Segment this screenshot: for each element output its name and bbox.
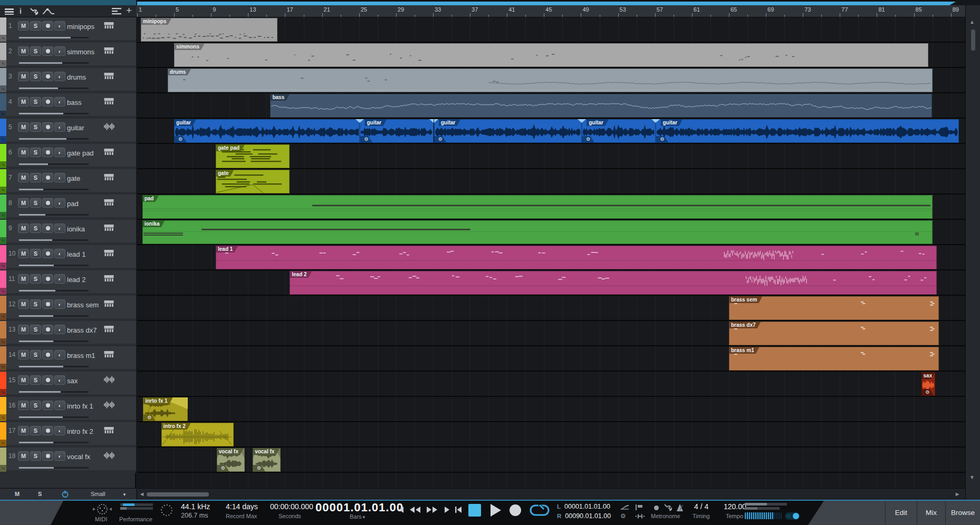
play-from-button[interactable] [444,506,450,513]
track-volume-slider[interactable] [19,163,89,165]
monitor-button[interactable]: ◐ [54,325,65,334]
track-volume-slider[interactable] [19,290,89,291]
loop-range-bar[interactable] [137,2,956,5]
automation-expand-icon[interactable]: ∿ [0,440,6,446]
clip-brass-m1[interactable]: brass m1 [729,347,939,371]
track-size-select[interactable]: Small [91,491,105,497]
track-row[interactable]: ∿ 16 M S ◐ inrto fx 1 [0,397,136,422]
track-volume-slider[interactable] [19,239,89,241]
fade-out-handle[interactable] [578,119,582,123]
mute-button[interactable]: M [18,401,29,410]
monitor-button[interactable]: ◐ [54,46,65,56]
track-name[interactable]: brass dx7 [67,326,97,334]
solo-button[interactable]: S [30,375,41,385]
clip-ionika[interactable]: ionika [142,220,933,244]
clip-drums[interactable]: drums [168,69,933,92]
monitor-button[interactable]: ◐ [54,21,65,31]
edit-view-button[interactable]: Edit [885,501,917,525]
vscroll-handle[interactable] [971,30,975,51]
clip-gear-icon[interactable]: ⚙ [921,389,934,396]
solo-button[interactable]: S [30,122,41,132]
track-volume-slider[interactable] [19,62,89,64]
fast-forward-button[interactable] [426,506,438,513]
track-volume-slider[interactable] [19,341,89,342]
solo-button[interactable]: S [30,223,41,233]
track-name[interactable]: guitar [67,124,84,132]
track-row[interactable]: ∿ 11 M S ◐ lead 2 [0,270,136,296]
track-row[interactable]: ∿ 8 M S ◐ pad [0,195,136,220]
clip-guitar[interactable]: guitar⚙ [174,119,360,143]
track-row[interactable]: ∿ 14 M S ◐ brass m1 [0,346,136,372]
scroll-down-icon[interactable]: ▼ [969,474,975,480]
automation-expand-icon[interactable]: ∿ [0,262,6,269]
monitor-toggle[interactable] [785,512,800,520]
mute-button[interactable]: M [18,426,29,435]
fade-in-handle[interactable] [656,119,660,123]
clip-guitar[interactable]: guitar⚙ [360,119,434,143]
clip-bass[interactable]: bass [270,94,932,118]
mute-button[interactable]: M [18,274,29,284]
fade-out-handle[interactable] [429,119,434,123]
nudge-back-button[interactable] [398,506,404,513]
clip-gear-icon[interactable]: ⚙ [217,465,229,472]
autofade-icon[interactable] [620,504,630,510]
track-row[interactable]: ∿ 12 M S ◐ brass sem [0,296,136,321]
monitor-button[interactable]: ◐ [54,401,65,410]
volume-level-meter[interactable] [745,512,782,519]
record-arm-button[interactable] [42,21,53,31]
hscroll-handle[interactable] [147,492,209,497]
play-button[interactable] [489,503,502,517]
clip-simmons[interactable]: simmons [174,43,928,67]
record-arm-button[interactable] [42,325,53,334]
clip-gear-icon[interactable]: ⚙ [582,136,594,143]
fade-in-handle[interactable] [582,119,586,123]
time-format-label[interactable]: Bars▼ [350,513,366,520]
return-to-start-button[interactable] [455,506,462,513]
track-name[interactable]: simmons [67,48,94,56]
solo-button[interactable]: S [30,325,41,334]
track-name[interactable]: lead 2 [67,276,85,284]
record-arm-button[interactable] [42,97,53,106]
solo-button[interactable]: S [30,21,41,31]
clip-intro-fx-2[interactable]: intro fx 2 [161,423,234,446]
clip-guitar[interactable]: guitar⚙ [582,119,656,143]
horizontal-scrollbar[interactable]: ◀ ▶ [137,488,965,500]
track-list-icon[interactable] [112,8,121,15]
metronome-settings-icon[interactable] [664,503,672,512]
mute-button[interactable]: M [18,325,29,334]
solo-button[interactable]: S [30,198,41,208]
record-button[interactable] [510,504,521,516]
stop-button[interactable] [468,504,481,517]
record-arm-button[interactable] [42,375,53,385]
mute-button[interactable]: M [18,21,29,31]
automation-expand-icon[interactable]: ∿ [0,414,6,421]
automation-expand-icon[interactable]: ∿ [0,465,6,472]
clip-lead-1[interactable]: lead 1 [216,246,937,269]
loop-toggle-icon[interactable] [529,503,551,517]
clip-gate-pad[interactable]: gate pad [216,144,290,168]
track-volume-slider[interactable] [19,366,89,367]
track-row[interactable]: ∿ 6 M S ◐ gate pad [0,144,136,169]
track-name[interactable]: ionika [67,225,85,233]
automation-expand-icon[interactable]: ∿ [0,60,6,67]
record-arm-button[interactable] [42,46,53,56]
monitor-button[interactable]: ◐ [54,198,65,208]
track-row[interactable]: ∿ 13 M S ◐ brass dx7 [0,321,136,346]
monitor-button[interactable]: ◐ [54,350,65,359]
loop-start-readout[interactable]: L00001.01.01.00 [557,503,610,510]
track-name[interactable]: brass sem [67,301,99,309]
clip-gear-icon[interactable]: ⚙ [174,136,187,143]
clip-gear-icon[interactable]: ⚙ [360,136,372,143]
track-volume-slider[interactable] [19,214,89,216]
clip-gate[interactable]: gate [216,170,290,193]
clip-guitar[interactable]: guitar⚙ [434,119,582,143]
mute-button[interactable]: M [18,451,29,461]
monitor-button[interactable]: ◐ [54,72,65,81]
track-row[interactable]: ∿ 7 M S ◐ gate [0,169,136,195]
solo-button[interactable]: S [30,46,41,56]
automation-expand-icon[interactable]: ∿ [0,364,6,371]
record-arm-button[interactable] [42,223,53,233]
clip-gear-icon[interactable]: ⚙ [656,136,668,143]
track-row[interactable]: ∿ 2 M S ◐ simmons [0,43,136,68]
track-volume-slider[interactable] [19,442,89,443]
